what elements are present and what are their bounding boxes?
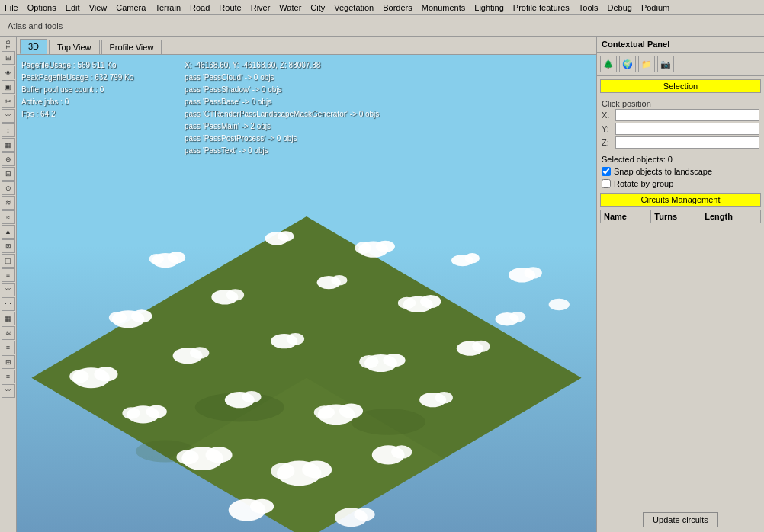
tb-btn-16[interactable]: ≡ <box>2 268 15 282</box>
tb-label: TB <box>5 38 11 50</box>
panel-icon-tree[interactable]: 🌲 <box>600 56 617 72</box>
contextual-panel-title: Contextual Panel <box>597 37 764 53</box>
svg-point-26 <box>398 297 416 309</box>
menu-vegetation[interactable]: Vegetation <box>329 2 378 14</box>
x-field-row: X: <box>602 109 759 121</box>
svg-point-29 <box>549 299 570 310</box>
svg-point-39 <box>359 355 378 368</box>
menu-edit[interactable]: Edit <box>61 2 85 14</box>
tb-btn-8[interactable]: ⊕ <box>2 152 15 166</box>
svg-point-44 <box>122 407 140 418</box>
menu-water[interactable]: Water <box>274 2 306 14</box>
tb-btn-7[interactable]: ▦ <box>2 138 15 152</box>
svg-point-6 <box>168 252 185 263</box>
y-input[interactable] <box>615 123 759 135</box>
svg-point-25 <box>420 295 441 308</box>
click-position-label: Click position <box>602 99 759 108</box>
menu-route[interactable]: Route <box>214 2 246 14</box>
svg-point-56 <box>302 461 332 479</box>
menu-river[interactable]: River <box>246 2 275 14</box>
y-label: Y: <box>602 124 615 133</box>
svg-point-54 <box>176 450 198 464</box>
z-field-row: Z: <box>602 136 759 149</box>
svg-point-31 <box>94 367 117 381</box>
tb-btn-1[interactable]: ⊞ <box>2 51 15 65</box>
tb-btn-11[interactable]: ≋ <box>2 196 15 210</box>
viewport-3d[interactable]: PagefileUsage : 569 511 Ko PeakPagefileU… <box>17 55 596 532</box>
menu-options[interactable]: Options <box>23 2 61 14</box>
tb-btn-12[interactable]: ≈ <box>2 210 15 224</box>
menu-terrain[interactable]: Terrain <box>150 2 185 14</box>
menu-tools[interactable]: Tools <box>574 2 603 14</box>
svg-point-63 <box>354 508 374 521</box>
toolbar-row: Atlas and tools <box>0 15 764 37</box>
panel-icon-globe[interactable]: 🌍 <box>619 56 636 72</box>
tb-btn-6[interactable]: ↕ <box>2 123 15 137</box>
tb-btn-23[interactable]: ≡ <box>2 370 15 383</box>
tb-btn-18[interactable]: ⋯ <box>2 297 15 311</box>
menu-borders[interactable]: Borders <box>378 2 417 14</box>
tab-profile-view[interactable]: Profile View <box>101 40 162 54</box>
right-panel: Contextual Panel 🌲 🌍 📁 📷 Selection Click… <box>596 37 764 532</box>
svg-point-49 <box>314 405 335 418</box>
tab-top-view[interactable]: Top View <box>49 40 99 54</box>
tb-btn-22[interactable]: ⊞ <box>2 355 15 369</box>
tb-btn-13[interactable]: ▲ <box>2 225 15 239</box>
tab-3d[interactable]: 3D <box>20 39 47 54</box>
selection-button[interactable]: Selection <box>600 79 761 93</box>
z-input[interactable] <box>615 136 759 149</box>
menu-lighting[interactable]: Lighting <box>470 2 509 14</box>
tb-btn-20[interactable]: ≋ <box>2 326 15 340</box>
tb-btn-2[interactable]: ◈ <box>2 66 15 79</box>
svg-point-19 <box>109 312 127 323</box>
menu-debug[interactable]: Debug <box>602 2 636 14</box>
svg-point-14 <box>465 253 480 263</box>
update-circuits-button[interactable]: Update circuits <box>643 512 718 527</box>
svg-point-18 <box>131 309 152 322</box>
main-area: TB ⊞ ◈ ▣ ✂ 〰 ↕ ▦ ⊕ ⊟ ⊙ ≋ ≈ ▲ ⊠ ◱ ≡ 〰 ⋯ ▦… <box>0 37 764 532</box>
snap-checkbox[interactable] <box>602 167 611 176</box>
tb-btn-14[interactable]: ⊠ <box>2 239 15 253</box>
menubar: File Options Edit View Camera Terrain Ro… <box>0 0 764 15</box>
x-label: X: <box>602 111 615 120</box>
svg-point-46 <box>242 391 261 402</box>
svg-point-34 <box>190 347 209 358</box>
rotate-checkbox[interactable] <box>602 179 611 188</box>
tb-btn-24[interactable]: 〰 <box>2 384 15 398</box>
svg-point-43 <box>146 405 167 418</box>
menu-file[interactable]: File <box>0 2 23 14</box>
svg-point-36 <box>287 333 304 345</box>
menu-podium[interactable]: Podium <box>637 2 674 14</box>
circuits-button[interactable]: Circuits Management <box>600 193 761 207</box>
tb-btn-4[interactable]: ✂ <box>2 95 15 108</box>
svg-point-11 <box>376 241 395 252</box>
menu-camera[interactable]: Camera <box>111 2 150 14</box>
tb-btn-10[interactable]: ⊙ <box>2 181 15 195</box>
x-input[interactable] <box>615 109 759 121</box>
menu-monuments[interactable]: Monuments <box>417 2 470 14</box>
tb-btn-3[interactable]: ▣ <box>2 80 15 94</box>
menu-city[interactable]: City <box>306 2 329 14</box>
menu-profile-features[interactable]: Profile features <box>509 2 574 14</box>
tb-btn-21[interactable]: ≡ <box>2 341 15 354</box>
viewport-area: 3D Top View Profile View PagefileUsage :… <box>17 37 596 532</box>
svg-point-28 <box>509 312 525 322</box>
tb-btn-9[interactable]: ⊟ <box>2 167 15 181</box>
panel-icon-camera[interactable]: 📷 <box>657 56 674 72</box>
tb-btn-5[interactable]: 〰 <box>2 109 15 123</box>
svg-point-48 <box>339 403 363 418</box>
tb-btn-19[interactable]: ▦ <box>2 312 15 325</box>
svg-point-57 <box>271 463 294 479</box>
panel-icon-folder[interactable]: 📁 <box>638 56 655 72</box>
svg-point-12 <box>355 242 371 254</box>
svg-point-32 <box>69 370 88 383</box>
menu-road[interactable]: Road <box>185 2 214 14</box>
panel-icons: 🌲 🌍 📁 📷 <box>597 53 764 76</box>
rotate-checkbox-row: Rotate by group <box>597 178 764 190</box>
svg-point-21 <box>226 289 244 300</box>
tb-btn-15[interactable]: ◱ <box>2 254 15 268</box>
menu-view[interactable]: View <box>85 2 112 14</box>
selected-objects-label: Selected objects: 0 <box>597 153 764 165</box>
y-field-row: Y: <box>602 123 759 135</box>
tb-btn-17[interactable]: 〰 <box>2 283 15 296</box>
